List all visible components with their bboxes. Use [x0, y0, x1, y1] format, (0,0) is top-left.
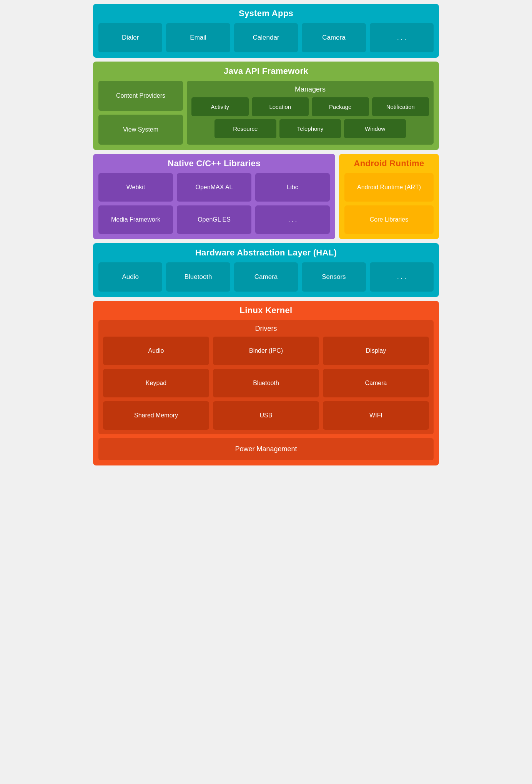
drivers-section: Drivers Audio Binder (IPC) Display Keypa…	[98, 320, 434, 434]
power-management-box: Power Management	[98, 438, 434, 460]
drivers-title: Drivers	[103, 325, 429, 333]
list-item: Sensors	[302, 262, 366, 292]
list-item: Package	[312, 97, 369, 116]
core-libraries-box: Core Libraries	[344, 205, 434, 234]
native-libs-title: Native C/C++ Libraries	[98, 158, 330, 168]
list-item: Libc	[255, 173, 330, 202]
list-item: Dialer	[98, 23, 162, 52]
java-api-title: Java API Framework	[98, 66, 434, 76]
list-item: Audio	[103, 337, 209, 365]
native-libs-layer: Native C/C++ Libraries Webkit OpenMAX AL…	[93, 154, 335, 239]
list-item: Camera	[302, 23, 366, 52]
list-item: Display	[323, 337, 429, 365]
system-apps-title: System Apps	[98, 8, 434, 18]
hal-boxes: Audio Bluetooth Camera Sensors . . .	[98, 262, 434, 292]
list-item: . . .	[370, 23, 434, 52]
system-apps-layer: System Apps Dialer Email Calendar Camera…	[93, 4, 439, 58]
content-providers-box: Content Providers	[98, 81, 183, 111]
list-item: Keypad	[103, 369, 209, 397]
drivers-grid: Audio Binder (IPC) Display Keypad Blueto…	[103, 337, 429, 430]
list-item: Audio	[98, 262, 162, 292]
middle-row: Native C/C++ Libraries Webkit OpenMAX AL…	[93, 154, 439, 239]
hal-layer: Hardware Abstraction Layer (HAL) Audio B…	[93, 243, 439, 297]
list-item: WIFI	[323, 401, 429, 430]
list-item: OpenGL ES	[177, 205, 251, 234]
java-api-left: Content Providers View System	[98, 81, 183, 145]
list-item: Camera	[234, 262, 298, 292]
java-api-layer: Java API Framework Content Providers Vie…	[93, 62, 439, 150]
android-architecture-diagram: System Apps Dialer Email Calendar Camera…	[93, 4, 439, 465]
list-item: Window	[344, 119, 406, 138]
android-runtime-title: Android Runtime	[344, 158, 434, 168]
list-item: Resource	[214, 119, 276, 138]
list-item: Notification	[372, 97, 429, 116]
list-item: Binder (IPC)	[213, 337, 319, 365]
list-item: Webkit	[98, 173, 173, 202]
list-item: Location	[252, 97, 309, 116]
list-item: Bluetooth	[213, 369, 319, 397]
view-system-box: View System	[98, 115, 183, 145]
list-item: Calendar	[234, 23, 298, 52]
android-runtime-box: Android Runtime (ART)	[344, 173, 434, 202]
list-item: OpenMAX AL	[177, 173, 251, 202]
list-item: . . .	[255, 205, 330, 234]
list-item: Bluetooth	[166, 262, 230, 292]
managers-row2: Resource Telephony Window	[191, 119, 429, 138]
android-runtime-layer: Android Runtime Android Runtime (ART) Co…	[339, 154, 439, 239]
linux-kernel-layer: Linux Kernel Drivers Audio Binder (IPC) …	[93, 301, 439, 465]
list-item: . . .	[370, 262, 434, 292]
list-item: Shared Memory	[103, 401, 209, 430]
list-item: Media Framework	[98, 205, 173, 234]
hal-title: Hardware Abstraction Layer (HAL)	[98, 248, 434, 258]
list-item: Email	[166, 23, 230, 52]
managers-title: Managers	[191, 85, 429, 93]
list-item: USB	[213, 401, 319, 430]
managers-row1: Activity Location Package Notification	[191, 97, 429, 116]
linux-kernel-title: Linux Kernel	[98, 305, 434, 315]
java-api-content: Content Providers View System Managers A…	[98, 81, 434, 145]
system-apps-boxes: Dialer Email Calendar Camera . . .	[98, 23, 434, 52]
native-grid: Webkit OpenMAX AL Libc Media Framework O…	[98, 173, 330, 234]
list-item: Camera	[323, 369, 429, 397]
list-item: Activity	[191, 97, 249, 116]
managers-section: Managers Activity Location Package Notif…	[187, 81, 434, 145]
list-item: Telephony	[279, 119, 341, 138]
